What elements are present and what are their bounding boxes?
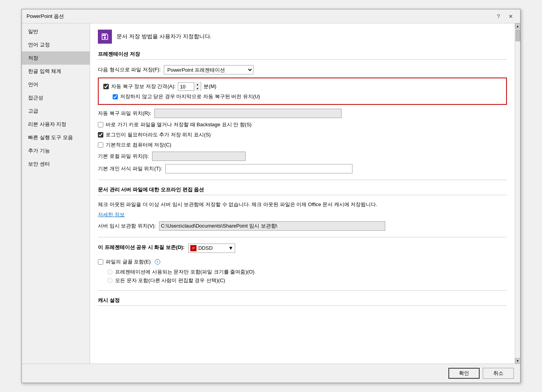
share-dropdown-arrow: ▼ <box>228 245 234 251</box>
learn-more-link[interactable]: 자세한 정보 <box>98 212 125 217</box>
default-local-path-input[interactable] <box>152 152 246 161</box>
backstage-label: 바로 가기 키로 파일을 열거나 저장할 때 Backstage 표시 안 함(… <box>106 121 252 128</box>
sidebar-item-advanced[interactable]: 고급 <box>22 104 90 118</box>
additional-locations-row: 로그인이 필요하더라도 추가 저장 위치 표시(S) <box>98 131 507 138</box>
embed-fonts-row: 파일의 글꼴 포함(E) i <box>98 258 507 265</box>
default-local-path-row: 기본 로컬 파일 위치(I): <box>98 152 507 161</box>
all-chars-label: 모든 문자 포함(다른 사람이 편집할 경우 선택)(C) <box>115 277 225 284</box>
autorecover-unit: 분(M) <box>204 83 216 90</box>
autorecover-path-input[interactable] <box>154 109 342 118</box>
default-personal-path-label: 기본 개인 서식 파일 위치(T): <box>98 165 162 172</box>
chars-only-label: 프레젠테이션에 사용되는 문자만 포함(파일 크기를 줄여줌)(O) <box>115 268 255 275</box>
save-format-row: 다음 형식으로 파일 저장(F): PowerPoint 프레젠테이션 Powe… <box>98 65 507 74</box>
sidebar-item-proofing[interactable]: 언어 교정 <box>22 38 90 51</box>
separator-2 <box>98 237 507 237</box>
default-local-path-label: 기본 로컬 파일 위치(I): <box>98 153 149 160</box>
help-button[interactable]: ? <box>494 12 502 20</box>
separator-1 <box>98 180 507 180</box>
offline-edit-title: 문서 관리 서버 파일에 대한 오프라인 편집 옵션 <box>98 186 507 195</box>
sidebar-item-accessibility[interactable]: 접근성 <box>22 91 90 104</box>
close-button[interactable]: ✕ <box>506 12 515 20</box>
autorecover-highlight-box: 자동 복구 정보 저장 간격(A): ▲ ▼ 분(M) <box>98 78 507 105</box>
all-chars-radio[interactable] <box>107 278 113 283</box>
autorecover-label: 자동 복구 정보 저장 간격(A): <box>111 83 175 90</box>
title-bar-buttons: ? ✕ <box>494 12 515 20</box>
content-area: 문서 저장 방법을 사용자가 지정합니다. 프레젠테이션 저장 다음 형식으로 … <box>90 23 515 364</box>
powerpoint-options-dialog: PowerPoint 옵션 ? ✕ 일반 언어 교정 저장 한글 입력 체계 언… <box>21 9 521 383</box>
default-personal-path-input[interactable] <box>165 164 352 173</box>
embed-fonts-label: 파일의 글꼴 포함(E) <box>106 258 151 265</box>
autorecover-value-input[interactable] <box>178 83 194 90</box>
offline-edit-section: 문서 관리 서버 파일에 대한 오프라인 편집 옵션 체크 아웃된 파일을 더 … <box>98 186 507 231</box>
sidebar-item-ribbon[interactable]: 리본 사용자 지정 <box>22 118 90 131</box>
default-personal-path-row: 기본 개인 서식 파일 위치(T): <box>98 164 507 173</box>
chars-only-radio[interactable] <box>107 269 113 275</box>
sidebar-item-quickaccess[interactable]: 빠른 실행 도구 모음 <box>22 131 90 144</box>
scroll-down-button[interactable]: ▼ <box>515 358 521 364</box>
separator-3 <box>98 290 507 291</box>
cancel-button[interactable]: 취소 <box>483 368 514 379</box>
autorecover-spinbox: ▲ ▼ <box>178 82 201 91</box>
sidebar-item-language[interactable]: 언어 <box>22 78 90 91</box>
sidebar-item-korean[interactable]: 한글 입력 체계 <box>22 65 90 78</box>
share-section: 이 프레젠테이션 공유 시 화질 보존(D): P DDSD ▼ 파일의 글꼴 … <box>98 244 507 284</box>
dialog-body: 일반 언어 교정 저장 한글 입력 체계 언어 접근성 고급 리본 사용자 지정… <box>22 23 520 364</box>
autorecover-path-row: 자동 복구 파일 위치(R): <box>98 109 507 118</box>
share-dropdown[interactable]: P DDSD ▼ <box>188 244 235 253</box>
server-cache-row: 서버 임시 보관함 위치(V): <box>98 221 507 231</box>
keep-last-version-row: 저장하지 않고 닫은 경우 마지막으로 자동 복구된 버전 유지(U) <box>113 93 501 100</box>
header-description: 문서 저장 방법을 사용자가 지정합니다. <box>117 33 211 40</box>
spinbox-up-button[interactable]: ▲ <box>194 82 200 87</box>
dialog-footer: 확인 취소 <box>22 364 520 383</box>
ppt-icon: P <box>190 245 197 251</box>
title-bar: PowerPoint 옵션 ? ✕ <box>22 9 520 23</box>
spinbox-buttons: ▲ ▼ <box>194 82 200 91</box>
dialog-title: PowerPoint 옵션 <box>27 13 64 20</box>
ok-button[interactable]: 확인 <box>448 368 480 379</box>
share-title: 이 프레젠테이션 공유 시 화질 보존(D): <box>98 244 184 253</box>
chars-only-row: 프레젠테이션에 사용되는 문자만 포함(파일 크기를 줄여줌)(O) <box>107 268 507 275</box>
keep-last-version-checkbox[interactable] <box>113 94 118 99</box>
save-format-label: 다음 형식으로 파일 저장(F): <box>98 66 161 73</box>
scroll-up-button[interactable]: ▲ <box>515 23 521 29</box>
backstage-row: 바로 가기 키로 파일을 열거나 저장할 때 Backstage 표시 안 함(… <box>98 121 507 128</box>
sidebar-item-general[interactable]: 일반 <box>22 25 90 38</box>
server-cache-label: 서버 임시 보관함 위치(V): <box>98 222 156 230</box>
sidebar-item-addins[interactable]: 추가 기능 <box>22 144 90 157</box>
autorecover-checkbox[interactable] <box>103 84 109 89</box>
scrollbar: ▲ ▼ <box>515 23 520 364</box>
cache-title: 캐시 설정 <box>98 297 507 306</box>
save-format-dropdown[interactable]: PowerPoint 프레젠테이션 PowerPoint 97-2003 프레젠… <box>164 65 253 74</box>
info-icon: i <box>155 259 160 265</box>
autorecover-path-label: 자동 복구 파일 위치(R): <box>98 110 151 117</box>
additional-locations-checkbox[interactable] <box>98 132 103 138</box>
all-chars-row: 모든 문자 포함(다른 사람이 편집할 경우 선택)(C) <box>107 277 507 284</box>
share-dropdown-value: DDSD <box>198 245 213 251</box>
sidebar-item-trust[interactable]: 보안 센터 <box>22 157 90 171</box>
keep-last-version-label: 저장하지 않고 닫은 경우 마지막으로 자동 복구된 버전 유지(U) <box>120 93 260 100</box>
offline-edit-info: 체크 아웃된 파일을 더 이상 서버 임시 보관함에 저장할 수 없습니다. 체… <box>98 201 507 209</box>
server-cache-input[interactable] <box>159 221 385 231</box>
sidebar: 일반 언어 교정 저장 한글 입력 체계 언어 접근성 고급 리본 사용자 지정… <box>22 23 90 364</box>
scroll-thumb[interactable] <box>515 30 520 41</box>
sidebar-item-save[interactable]: 저장 <box>22 51 90 65</box>
cache-section: 캐시 설정 <box>98 297 507 306</box>
presentation-save-section: 프레젠테이션 저장 다음 형식으로 파일 저장(F): PowerPoint 프… <box>98 51 507 173</box>
presentation-save-title: 프레젠테이션 저장 <box>98 51 507 60</box>
local-default-label: 기본적으로 컴퓨터에 저장(C) <box>106 141 171 148</box>
backstage-checkbox[interactable] <box>98 122 103 127</box>
local-default-row: 기본적으로 컴퓨터에 저장(C) <box>98 141 507 148</box>
save-icon <box>98 30 112 44</box>
local-default-checkbox[interactable] <box>98 142 103 148</box>
embed-fonts-checkbox[interactable] <box>98 259 103 265</box>
additional-locations-label: 로그인이 필요하더라도 추가 저장 위치 표시(S) <box>106 131 211 138</box>
content-header: 문서 저장 방법을 사용자가 지정합니다. <box>98 30 507 44</box>
autorecover-row: 자동 복구 정보 저장 간격(A): ▲ ▼ 분(M) <box>103 82 501 91</box>
spinbox-down-button[interactable]: ▼ <box>194 87 200 91</box>
